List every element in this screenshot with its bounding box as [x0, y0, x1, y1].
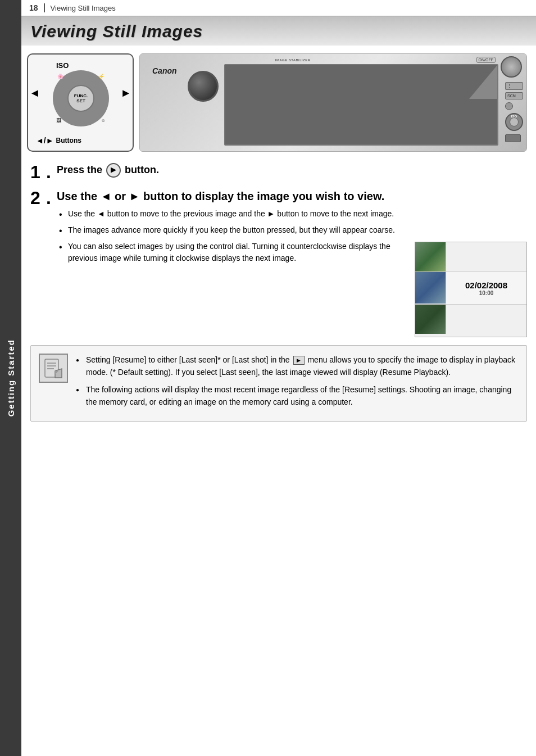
- thumb-empty-3: [446, 305, 526, 334]
- playback-menu-icon: ▶: [293, 356, 305, 365]
- set-label: SET: [76, 98, 85, 103]
- step2-bullet-list: Use the ◄ button to move to the previous…: [59, 208, 407, 264]
- camera-area: ISO ◄ ► 🌸 ⚡ 🖼 ☺ FUNC. SET: [21, 53, 536, 157]
- thumb-row-3: [415, 305, 526, 334]
- step-1: 1 . Press the ▶ button.: [30, 163, 527, 181]
- step1-play-button-icon: ▶: [106, 163, 121, 178]
- main-content: 18 Viewing Still Images Viewing Still Im…: [21, 0, 536, 422]
- note-box: Setting [Resume] to either [Last seen]* …: [30, 345, 527, 422]
- thumb-row-2: 02/02/2008 10:00: [415, 272, 526, 305]
- note-icon-svg: [43, 357, 64, 379]
- step2-number: 2: [30, 189, 46, 207]
- camera-body: IMAGE STABILIZER Canon ON/OFF ⋮ SCN: [139, 53, 527, 152]
- sidebar: Getting Started: [0, 0, 21, 756]
- ctrl-round-btn[interactable]: [505, 102, 513, 110]
- step1-title: Press the ▶ button.: [57, 163, 527, 178]
- camera-body-wrapper: IMAGE STABILIZER Canon ON/OFF ⋮ SCN: [139, 53, 527, 152]
- page-number: 18: [29, 3, 45, 12]
- step2-content: Use the ◄ or ► button to display the ima…: [57, 189, 527, 337]
- ring-icon-tl: 🌸: [57, 74, 63, 79]
- step1-number: 1: [30, 163, 46, 181]
- lens: [188, 71, 219, 102]
- step-2: 2 . Use the ◄ or ► button to display the…: [30, 189, 527, 337]
- screen-overlay: [469, 65, 497, 99]
- arrow-lr-icon: ◄/►: [36, 136, 54, 145]
- bullet-item-2: The images advance more quickly if you k…: [59, 224, 407, 236]
- buttons-label: ◄/► Buttons: [36, 136, 81, 145]
- note-text-1: Setting [Resume] to either [Last seen]* …: [86, 355, 292, 364]
- ctrl-btn-2[interactable]: SCN: [505, 92, 523, 99]
- sidebar-label: Getting Started: [6, 339, 16, 417]
- func-label: FUNC.: [74, 93, 88, 98]
- thumbnail-strip-wrapper: 02/02/2008 10:00: [415, 242, 527, 337]
- step1-text2: button.: [125, 164, 159, 175]
- iso-text: ISO: [511, 115, 517, 118]
- mode-dial[interactable]: [501, 56, 522, 78]
- title-section: Viewing Still Images: [21, 16, 536, 46]
- arrow-right-icon: ►: [120, 87, 131, 99]
- onoff-button[interactable]: ON/OFF: [476, 57, 496, 63]
- outer-ring: 🌸 ⚡ 🖼 ☺ FUNC. SET: [53, 70, 109, 126]
- step2-content-area: Use the ◄ button to move to the previous…: [57, 208, 527, 337]
- camera-body-inner: IMAGE STABILIZER Canon ON/OFF ⋮ SCN: [140, 54, 526, 151]
- step2-text-block: Use the ◄ button to move to the previous…: [57, 208, 407, 337]
- image-stabilizer-text: IMAGE STABILIZER: [275, 58, 311, 62]
- ring-icon-bl: 🖼: [56, 117, 61, 123]
- buttons-text: Buttons: [56, 137, 81, 144]
- lens-area: [188, 71, 219, 102]
- step2-title: Use the ◄ or ► button to display the ima…: [57, 189, 527, 203]
- right-side-controls: ⋮ SCN ISO: [505, 82, 523, 142]
- step2-dot: .: [46, 189, 51, 207]
- ctrl-btn-3[interactable]: [505, 134, 521, 142]
- arrow-left-icon: ◄: [29, 87, 40, 99]
- bullet-item-1: Use the ◄ button to move to the previous…: [59, 208, 407, 220]
- canon-label: Canon: [152, 66, 177, 75]
- step1-content: Press the ▶ button.: [57, 163, 527, 181]
- thumb-info-date: 02/02/2008 10:00: [446, 272, 526, 304]
- thumb-img-3: [415, 305, 446, 334]
- ctrl-btn-1[interactable]: ⋮: [505, 82, 523, 90]
- camera-screen: [224, 64, 498, 146]
- thumbnail-strip: 02/02/2008 10:00: [415, 242, 527, 337]
- iso-dial[interactable]: ISO: [505, 113, 523, 131]
- note-bullet-2: The following actions will display the m…: [76, 383, 519, 409]
- thumbnail-time: 10:00: [465, 290, 507, 296]
- iso-dial-inner: [510, 117, 519, 126]
- step1-dot: .: [46, 163, 51, 181]
- thumbnail-date: 02/02/2008: [465, 280, 507, 290]
- note-text-2: The following actions will display the m…: [86, 385, 511, 406]
- header-page-title: Viewing Still Images: [51, 4, 116, 12]
- step1-text: Press the: [57, 164, 102, 175]
- thumb-empty-1: [446, 242, 526, 271]
- thumb-img-2: [415, 272, 446, 304]
- note-bullet-1: Setting [Resume] to either [Last seen]* …: [76, 354, 519, 379]
- step1-num-wrapper: 1 .: [30, 163, 52, 181]
- note-content: Setting [Resume] to either [Last seen]* …: [76, 354, 519, 413]
- left-control-diagram: ISO ◄ ► 🌸 ⚡ 🖼 ☺ FUNC. SET: [27, 53, 134, 152]
- steps-section: 1 . Press the ▶ button. 2 . Use the ◄ or…: [21, 163, 536, 337]
- thumb-img-1: [415, 242, 446, 271]
- header-bar: 18 Viewing Still Images: [21, 0, 536, 16]
- page-title: Viewing Still Images: [30, 22, 527, 41]
- note-icon: [39, 354, 68, 383]
- button-cluster: 🌸 ⚡ 🖼 ☺ FUNC. SET: [53, 70, 109, 126]
- ring-icon-br: ☺: [101, 118, 106, 123]
- step2-num-wrapper: 2 .: [30, 189, 52, 207]
- bullet-item-3: You can also select images by using the …: [59, 241, 407, 264]
- thumb-row-1: [415, 242, 526, 272]
- iso-label: ISO: [56, 61, 69, 70]
- ring-icon-tr: ⚡: [98, 74, 105, 79]
- func-set-button[interactable]: FUNC. SET: [67, 85, 94, 112]
